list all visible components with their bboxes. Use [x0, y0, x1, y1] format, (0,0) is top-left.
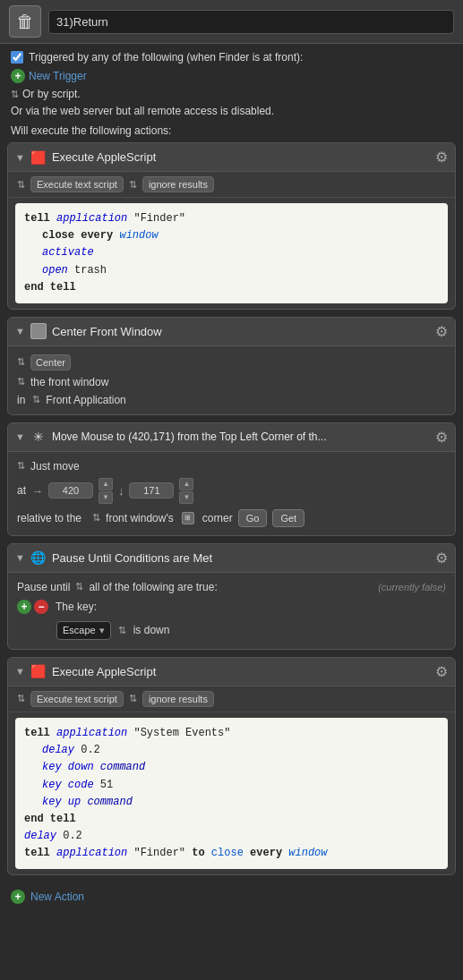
is-down-label: is down — [133, 624, 170, 636]
collapse-arrow-2[interactable]: ▼ — [15, 326, 25, 337]
pause-icon: 🌐 — [30, 550, 47, 566]
action-header-1: ▼ 🟥 Execute AppleScript ⚙ — [8, 143, 455, 172]
front-window-label: the front window — [30, 376, 108, 388]
x-down-btn[interactable]: ▼ — [99, 491, 113, 504]
code-close-kw: close — [42, 229, 74, 242]
updown-arrow-icon: ⇅ — [11, 89, 19, 100]
code2-tell: tell — [24, 727, 56, 739]
key-dropdown-arrow-icon: ▾ — [99, 625, 105, 636]
action-header-3: ▼ ✳ Move Mouse to (420,171) from the Top… — [8, 423, 455, 452]
action-header-left-4: ▼ 🌐 Pause Until Conditions are Met — [15, 550, 430, 566]
action-title-4: Pause Until Conditions are Met — [52, 551, 212, 565]
center-dropdown[interactable]: Center — [30, 354, 71, 371]
action-block-3: ▼ ✳ Move Mouse to (420,171) from the Top… — [7, 422, 456, 536]
is-down-updown-icon: ⇅ — [118, 625, 126, 636]
gear-icon-1[interactable]: ⚙ — [435, 149, 448, 166]
collapse-arrow-5[interactable]: ▼ — [15, 666, 25, 677]
applescript-code-2[interactable]: tell application "System Events" delay 0… — [15, 718, 448, 870]
add-trigger-plus-icon[interactable]: + — [11, 69, 25, 83]
code2-keyup-kw: key up — [42, 796, 81, 808]
code-end-tell-1: end tell — [24, 281, 76, 294]
collapse-arrow-4[interactable]: ▼ — [15, 552, 25, 563]
x-coord-input[interactable] — [48, 482, 93, 499]
center-row-1: ⇅ Center — [17, 352, 446, 373]
y-stepper[interactable]: ▲ ▼ — [179, 478, 193, 504]
corner-symbol-icon: ⊞ — [182, 512, 194, 524]
all-true-label: all of the following are true: — [89, 581, 217, 593]
or-by-script-row: ⇅ Or by script. — [0, 85, 463, 103]
go-button[interactable]: Go — [238, 509, 268, 527]
trigger-checkbox[interactable] — [11, 51, 23, 64]
code2-sysevents: "System Events" — [127, 727, 230, 739]
center-block-content: ⇅ Center ⇅ the front window in ⇅ Front A… — [8, 346, 455, 414]
execute-text-script-dropdown-2[interactable]: Execute text script — [30, 691, 124, 707]
code-activate-kw: activate — [42, 246, 94, 259]
x-up-btn[interactable]: ▲ — [99, 478, 113, 490]
ignore-results-dropdown[interactable]: ignore results — [142, 176, 214, 192]
code2-to-kw: to — [185, 847, 205, 859]
code2-every-kw: every — [244, 847, 282, 859]
y-coord-input[interactable] — [129, 482, 174, 499]
macro-title-input[interactable] — [48, 10, 454, 34]
y-down-btn[interactable]: ▼ — [179, 491, 193, 504]
in-label: in — [17, 394, 25, 406]
applescript-code-1[interactable]: tell application "Finder" close every wi… — [15, 203, 448, 303]
key-value-dropdown[interactable]: Escape ▾ — [56, 621, 111, 640]
down-arrow-icon: ↓ — [118, 484, 124, 498]
action-block-1: ▼ 🟥 Execute AppleScript ⚙ ⇅ Execute text… — [7, 142, 456, 310]
code2-keycode-line: key code 51 — [24, 779, 113, 791]
code2-keydown-line: key down command — [24, 761, 145, 773]
code2-close-kw: close — [205, 847, 244, 859]
remove-condition-button[interactable]: − — [34, 600, 48, 614]
gear-icon-5[interactable]: ⚙ — [435, 663, 448, 680]
trigger-label: Triggered by any of the following (when … — [29, 51, 303, 64]
action-header-left-5: ▼ 🟥 Execute AppleScript — [15, 663, 430, 679]
code2-delay2-kw: delay — [24, 830, 56, 842]
applescript-icon-1: 🟥 — [30, 149, 47, 166]
action-title-5: Execute AppleScript — [52, 665, 156, 678]
code-close-line: close every window — [24, 229, 159, 242]
currently-false-label: (currently false) — [378, 582, 446, 592]
pause-block-content: Pause until ⇅ all of the following are t… — [8, 573, 455, 649]
action-block-5: ▼ 🟥 Execute AppleScript ⚙ ⇅ Execute text… — [7, 657, 456, 876]
gear-icon-2[interactable]: ⚙ — [435, 323, 448, 340]
code-open-kw: open — [42, 264, 68, 277]
code-trash-kw: trash — [74, 264, 107, 277]
front-app-updown-icon: ⇅ — [32, 394, 40, 405]
gear-icon-3[interactable]: ⚙ — [435, 429, 448, 446]
collapse-arrow-1[interactable]: ▼ — [15, 152, 25, 163]
just-move-updown-icon: ⇅ — [17, 460, 25, 472]
new-trigger-label[interactable]: New Trigger — [29, 70, 87, 82]
code-open-line: open trash — [24, 264, 107, 277]
ignore-results-dropdown-2[interactable]: ignore results — [142, 691, 214, 707]
all-true-updown-icon: ⇅ — [75, 581, 83, 592]
action-header-5: ▼ 🟥 Execute AppleScript ⚙ — [8, 658, 455, 686]
action-header-left-3: ▼ ✳ Move Mouse to (420,171) from the Top… — [15, 429, 430, 445]
applescript-icon-2: 🟥 — [30, 663, 47, 679]
code2-application: application — [56, 727, 127, 739]
add-condition-button[interactable]: + — [17, 600, 31, 614]
add-action-plus-icon[interactable]: + — [11, 890, 25, 904]
new-action-row[interactable]: + New Action — [0, 882, 463, 911]
get-button[interactable]: Get — [272, 509, 304, 527]
coords-row: at → ▲ ▼ ↓ ▲ ▼ — [17, 475, 446, 507]
new-trigger-row[interactable]: + New Trigger — [0, 67, 463, 85]
plus-minus-group: + − — [17, 600, 48, 614]
new-action-label[interactable]: New Action — [30, 891, 84, 903]
gear-icon-4[interactable]: ⚙ — [435, 550, 448, 567]
relative-row: relative to the ⇅ front window's ⊞ corne… — [17, 507, 446, 530]
y-up-btn[interactable]: ▲ — [179, 478, 193, 490]
action-header-2: ▼ Center Front Window ⚙ — [8, 318, 455, 346]
execute-text-script-dropdown[interactable]: Execute text script — [30, 176, 124, 192]
arrow-right-icon: → — [31, 484, 43, 498]
x-stepper[interactable]: ▲ ▼ — [99, 478, 113, 504]
or-via-label: Or via the web server but all remote acc… — [0, 103, 463, 121]
collapse-arrow-3[interactable]: ▼ — [15, 431, 25, 442]
the-key-label: The key: — [56, 601, 97, 613]
script-updown-icon: ⇅ — [17, 179, 25, 191]
code2-delay-val: 0.2 — [74, 744, 100, 756]
code2-command-2: command — [81, 796, 133, 808]
key-value-label: Escape — [63, 625, 96, 635]
ignore-updown-icon: ⇅ — [129, 179, 137, 191]
action-title-2: Center Front Window — [52, 325, 162, 338]
